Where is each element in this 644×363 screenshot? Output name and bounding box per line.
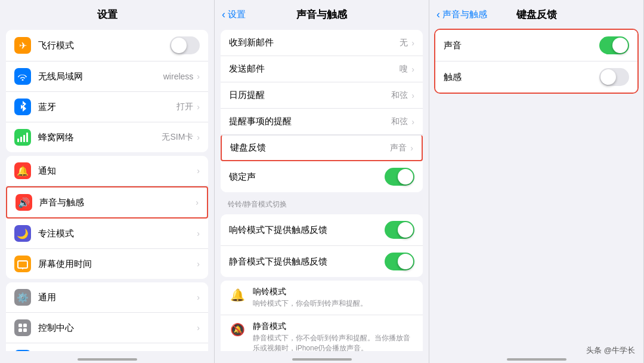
back-label: 声音与触感	[442, 9, 487, 20]
home-bar	[0, 351, 214, 363]
screen-time-icon	[14, 256, 31, 272]
chevron-icon: ›	[411, 91, 414, 100]
focus-icon: 🌙	[14, 225, 31, 242]
keyboard-feedback-group: 声音 触感	[434, 29, 639, 94]
panel-sound: ‹ 设置 声音与触感 收到新邮件 无 › 发送邮件 嗖 › 日历提醒 和弦 ›	[215, 0, 429, 363]
chevron-icon: ›	[411, 38, 414, 48]
svg-rect-10	[23, 328, 27, 332]
back-chevron-icon: ‹	[222, 8, 225, 21]
chevron-icon: ›	[197, 166, 200, 176]
list-item-new-mail[interactable]: 收到新邮件 无 ›	[221, 30, 423, 56]
chevron-icon: ›	[411, 64, 414, 74]
cellular-icon	[14, 129, 31, 146]
silent-mode-desc: 静音模式下，你不会听到铃声和提醒。当你播放音乐或视频时，iPhone仍会播放声音…	[253, 333, 414, 351]
list-item-ringtone-haptic[interactable]: 响铃模式下提供触感反馈	[221, 214, 423, 246]
settings-top-group: ✈ 飞行模式 无线局域网 wireless ›	[6, 30, 208, 152]
sound-scroll[interactable]: 收到新邮件 无 › 发送邮件 嗖 › 日历提醒 和弦 › 提醒事项的提醒 和弦 …	[215, 26, 429, 351]
keyboard-header: ‹ 声音与触感 键盘反馈	[429, 0, 643, 26]
sound-title: 声音与触感	[296, 8, 347, 21]
ringtone-haptic-toggle[interactable]	[385, 221, 414, 239]
list-item[interactable]: 蓝牙 打开 ›	[6, 92, 208, 122]
sound-toggle[interactable]	[599, 36, 629, 54]
home-bar	[215, 351, 429, 363]
list-item-sound-toggle[interactable]: 声音	[435, 30, 637, 61]
svg-rect-0	[17, 139, 19, 142]
sound-header: ‹ 设置 声音与触感	[215, 0, 429, 26]
list-item-silent-haptic[interactable]: 静音模式下提供触感反馈	[221, 246, 423, 277]
ringtone-mode-title: 响铃模式	[253, 287, 414, 297]
panel-settings: 设置 ✈ 飞行模式 无线局域网 wireless ›	[0, 0, 215, 363]
svg-rect-1	[20, 137, 22, 142]
list-item[interactable]: ✈ 飞行模式	[6, 30, 208, 61]
list-item-notification[interactable]: 🔔 通知 ›	[6, 156, 208, 186]
ringtone-mode-desc: 响铃模式下，你会听到铃声和提醒。	[253, 299, 414, 309]
settings-mid-group: 🔔 通知 › 🔊 声音与触感 › 🌙 专注模式 ›	[6, 156, 208, 279]
notification-icon: 🔔	[14, 162, 31, 179]
list-item-reminder[interactable]: 提醒事项的提醒 和弦 ›	[221, 109, 423, 135]
ringtone-mode-item: 🔔 响铃模式 响铃模式下，你会听到铃声和提醒。	[221, 281, 423, 315]
svg-rect-7	[18, 324, 22, 327]
list-item-lock-sound[interactable]: 锁定声	[221, 161, 423, 192]
svg-rect-8	[23, 324, 27, 327]
lock-sound-toggle[interactable]	[385, 168, 414, 186]
back-chevron-icon: ‹	[436, 8, 440, 21]
list-item-sound[interactable]: 🔊 声音与触感 ›	[6, 186, 208, 219]
chevron-icon: ›	[197, 323, 200, 333]
settings-header: 设置	[0, 0, 214, 26]
settings-scroll[interactable]: ✈ 飞行模式 无线局域网 wireless ›	[0, 26, 214, 351]
silent-mode-item: 🔕 静音模式 静音模式下，你不会听到铃声和提醒。当你播放音乐或视频时，iPhon…	[221, 315, 423, 351]
bluetooth-icon	[14, 99, 31, 115]
list-item-calendar[interactable]: 日历提醒 和弦 ›	[221, 82, 423, 109]
ringtone-section-label: 铃铃/静音模式切换	[215, 196, 429, 211]
svg-rect-3	[26, 133, 28, 142]
svg-rect-2	[23, 135, 25, 142]
keyboard-title: 键盘反馈	[516, 8, 557, 21]
chevron-icon: ›	[197, 259, 200, 269]
settings-bot-group: ⚙️ 通用 › 控制中心 › AA 显示与亮度	[6, 282, 208, 351]
list-item-keyboard-feedback[interactable]: 键盘反馈 声音 ›	[221, 135, 423, 161]
silent-mode-title: 静音模式	[253, 321, 414, 332]
airplane-toggle[interactable]	[170, 36, 200, 54]
list-item-screen-time[interactable]: 屏幕使用时间 ›	[6, 249, 208, 279]
keyboard-scroll[interactable]: 声音 触感	[429, 26, 643, 351]
list-item-send-mail[interactable]: 发送邮件 嗖 ›	[221, 56, 423, 82]
sounds-group: 收到新邮件 无 › 发送邮件 嗖 › 日历提醒 和弦 › 提醒事项的提醒 和弦 …	[221, 30, 423, 192]
mode-desc-group: 🔔 响铃模式 响铃模式下，你会听到铃声和提醒。 🔕 静音模式 静音模式下，你不会…	[221, 281, 423, 351]
list-item[interactable]: 无线局域网 wireless ›	[6, 61, 208, 92]
control-icon	[14, 319, 31, 336]
list-item[interactable]: 蜂窝网络 无SIM卡 ›	[6, 122, 208, 152]
watermark: 头条 @牛学长	[586, 345, 635, 356]
panel-keyboard: ‹ 声音与触感 键盘反馈 声音 触感 头条 @牛学长	[429, 0, 644, 363]
chevron-icon: ›	[197, 293, 200, 302]
list-item-display[interactable]: AA 显示与亮度 ›	[6, 343, 208, 351]
sound-icon: 🔊	[16, 194, 32, 211]
haptic-toggle[interactable]	[599, 68, 629, 86]
chevron-icon: ›	[196, 198, 199, 207]
silent-icon: 🔕	[229, 321, 246, 338]
list-item-focus[interactable]: 🌙 专注模式 ›	[6, 219, 208, 249]
silent-haptic-toggle[interactable]	[385, 253, 414, 270]
back-button[interactable]: ‹ 声音与触感	[436, 8, 487, 21]
svg-rect-9	[18, 328, 22, 332]
wifi-icon	[14, 68, 31, 85]
general-icon: ⚙️	[14, 289, 31, 306]
list-item-general[interactable]: ⚙️ 通用 ›	[6, 282, 208, 313]
chevron-icon: ›	[197, 102, 200, 112]
settings-title: 设置	[97, 8, 117, 21]
chevron-icon: ›	[197, 72, 200, 81]
list-item-haptic-toggle[interactable]: 触感	[435, 61, 637, 93]
svg-rect-4	[18, 261, 27, 268]
chevron-icon: ›	[197, 229, 200, 238]
ringtone-group: 响铃模式下提供触感反馈 静音模式下提供触感反馈	[221, 214, 423, 277]
back-label: 设置	[228, 9, 246, 20]
bell-icon: 🔔	[229, 287, 246, 303]
chevron-icon: ›	[197, 133, 200, 142]
chevron-icon: ›	[410, 143, 413, 153]
list-item-control[interactable]: 控制中心 ›	[6, 313, 208, 343]
chevron-icon: ›	[411, 117, 414, 127]
airplane-icon: ✈	[14, 37, 31, 54]
back-button[interactable]: ‹ 设置	[222, 8, 246, 21]
